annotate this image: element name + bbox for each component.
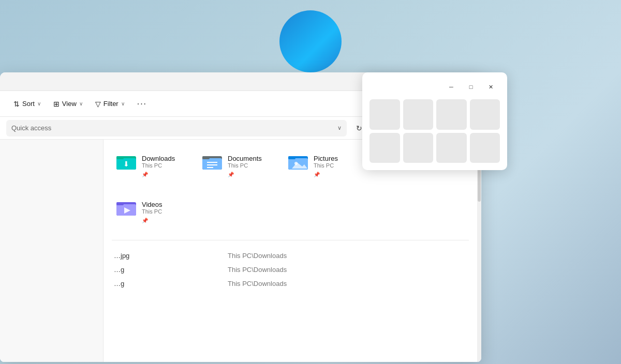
snap-cell-5[interactable] — [403, 133, 434, 163]
view-icon: ⊞ — [53, 100, 60, 108]
snap-cell-4[interactable] — [369, 133, 400, 163]
view-button[interactable]: ⊞ View ∨ — [48, 97, 88, 111]
videos-pin-icon: 📌 — [142, 218, 148, 223]
folder-item-downloads[interactable]: ⬇ Downloads This PC 📌 — [112, 148, 189, 181]
svg-rect-17 — [116, 202, 124, 205]
folder-item-videos[interactable]: Videos This PC 📌 — [112, 194, 189, 228]
snap-cell-1[interactable] — [403, 99, 434, 130]
downloads-pin-icon: 📌 — [142, 172, 148, 177]
svg-text:⬇: ⬇ — [123, 160, 129, 168]
sort-icon: ⇅ — [13, 100, 20, 108]
snap-cell-3[interactable] — [470, 99, 500, 130]
snap-cell-6[interactable] — [436, 133, 467, 163]
snap-cell-2[interactable] — [436, 99, 467, 130]
pictures-location: This PC — [314, 162, 338, 169]
main-content: ⬇ Downloads This PC 📌 — [103, 140, 477, 362]
filter-chevron-icon: ∨ — [121, 101, 125, 107]
snap-cell-0[interactable] — [369, 99, 400, 130]
folder-icon-row-pictures: Pictures This PC — [288, 152, 357, 171]
filter-icon: ▽ — [95, 100, 101, 108]
documents-location: This PC — [228, 162, 262, 169]
filter-label: Filter — [103, 100, 119, 108]
recent-files: …jpg This PC\Downloads …g This PC\Downlo… — [112, 249, 469, 291]
sort-chevron-icon: ∨ — [37, 101, 41, 107]
folder-item-pictures[interactable]: Pictures This PC 📌 — [284, 148, 361, 181]
view-label: View — [62, 100, 77, 108]
folder-icon-row-downloads: ⬇ Downloads This PC — [116, 152, 185, 171]
documents-info: Documents This PC — [228, 155, 262, 169]
address-chevron-icon[interactable]: ∨ — [337, 125, 342, 131]
svg-rect-6 — [202, 156, 210, 159]
snap-cell-7[interactable] — [470, 133, 500, 163]
svg-rect-12 — [288, 156, 295, 159]
pictures-info: Pictures This PC — [314, 155, 338, 169]
address-text: Quick access — [11, 124, 51, 132]
address-bar[interactable]: Quick access ∨ — [6, 120, 347, 136]
recent-name-1: …g — [114, 266, 228, 274]
recent-row-0[interactable]: …jpg This PC\Downloads — [112, 249, 469, 263]
downloads-info: Downloads This PC — [142, 155, 175, 169]
folder-icon-row-videos: Videos This PC — [116, 198, 185, 217]
snap-grid — [369, 99, 500, 163]
snap-overlay: ─ □ ✕ — [362, 72, 507, 170]
folder-icon-row-documents: Documents This PC — [202, 152, 271, 171]
sort-button[interactable]: ⇅ Sort ∨ — [8, 97, 46, 111]
more-button[interactable]: ··· — [132, 96, 152, 112]
filter-button[interactable]: ▽ Filter ∨ — [90, 97, 130, 111]
recent-name-0: …jpg — [114, 252, 228, 260]
svg-rect-2 — [116, 156, 124, 159]
pictures-name: Pictures — [314, 155, 338, 162]
scrollbar[interactable] — [477, 140, 481, 362]
documents-pin-icon: 📌 — [228, 172, 234, 177]
explorer-body: ⬇ Downloads This PC 📌 — [0, 140, 481, 362]
videos-folder-icon — [116, 198, 137, 217]
windows-logo — [279, 10, 342, 72]
documents-folder-icon — [202, 152, 223, 171]
videos-name: Videos — [142, 201, 162, 208]
view-chevron-icon: ∨ — [79, 101, 83, 107]
recent-row-2[interactable]: …g This PC\Downloads — [112, 277, 469, 291]
snap-minimize-button[interactable]: ─ — [442, 80, 461, 94]
snap-window-controls: ─ □ ✕ — [369, 80, 500, 94]
pinned-folders-row2: Videos This PC 📌 — [112, 194, 469, 228]
downloads-location: This PC — [142, 162, 175, 169]
videos-location: This PC — [142, 208, 162, 215]
sidebar — [0, 140, 103, 362]
snap-close-button[interactable]: ✕ — [481, 80, 500, 94]
documents-name: Documents — [228, 155, 262, 162]
recent-path-0: This PC\Downloads — [228, 252, 287, 260]
recent-path-2: This PC\Downloads — [228, 280, 287, 287]
sort-label: Sort — [22, 100, 35, 108]
recent-row-1[interactable]: …g This PC\Downloads — [112, 263, 469, 277]
downloads-folder-icon: ⬇ — [116, 152, 137, 171]
folder-item-documents[interactable]: Documents This PC 📌 — [198, 148, 275, 181]
videos-info: Videos This PC — [142, 201, 162, 215]
recent-path-1: This PC\Downloads — [228, 266, 287, 274]
snap-maximize-button[interactable]: □ — [462, 80, 480, 94]
downloads-name: Downloads — [142, 155, 175, 162]
section-divider — [112, 240, 469, 240]
pictures-folder-icon — [288, 152, 308, 171]
pictures-pin-icon: 📌 — [314, 172, 320, 177]
recent-name-2: …g — [114, 280, 228, 287]
